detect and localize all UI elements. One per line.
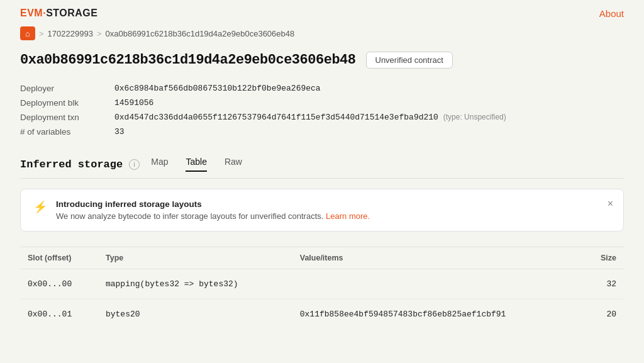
info-icon[interactable]: i — [129, 159, 140, 170]
cell-size: 20 — [583, 299, 624, 330]
deployment-blk-value: 14591056 — [114, 98, 624, 108]
contract-title-row: 0xa0b86991c6218b36c1d19d4a2e9eb0ce3606eb… — [20, 52, 624, 69]
tab-raw[interactable]: Raw — [225, 157, 242, 172]
table-header: Slot (offset) Type Value/items Size — [20, 247, 624, 269]
variables-label: # of variables — [20, 127, 114, 137]
banner-text: Introducing inferred storage layouts We … — [56, 199, 370, 221]
deployer-label: Deployer — [20, 84, 114, 93]
tabs: Map Table Raw — [151, 157, 242, 172]
deployment-txn-label: Deployment txn — [20, 113, 114, 122]
breadcrumb: ⌂ > 1702229993 > 0xa0b86991c6218b36c1d19… — [20, 26, 624, 40]
unverified-badge: Unverified contract — [366, 52, 453, 69]
section-header-row: Inferred storage i Map Table Raw — [20, 157, 624, 172]
section-header: Inferred storage i — [20, 159, 140, 170]
main-content: ⌂ > 1702229993 > 0xa0b86991c6218b36c1d19… — [0, 26, 644, 349]
tab-map[interactable]: Map — [151, 157, 168, 172]
cell-type: mapping(bytes32 => bytes32) — [98, 269, 292, 299]
cell-value — [292, 269, 584, 299]
banner-close-button[interactable]: × — [608, 198, 613, 209]
info-banner: ⚡ Introducing inferred storage layouts W… — [20, 189, 624, 232]
breadcrumb-sep-1: > — [39, 29, 44, 38]
cell-size: 32 — [583, 269, 624, 299]
variables-value: 33 — [114, 127, 624, 137]
breadcrumb-block[interactable]: 1702229993 — [48, 29, 93, 38]
col-size: Size — [583, 247, 624, 269]
col-slot: Slot (offset) — [20, 247, 98, 269]
cell-slot: 0x00...00 — [20, 269, 98, 299]
banner-body: We now analyze bytecode to infer storage… — [56, 211, 370, 221]
logo-evm: EVM· — [20, 8, 46, 18]
section-title: Inferred storage — [20, 159, 123, 170]
deployer-value: 0x6c8984baf566db08675310b122bf0be9ea269e… — [114, 84, 624, 93]
storage-table: Slot (offset) Type Value/items Size 0x00… — [20, 247, 624, 329]
banner-title: Introducing inferred storage layouts — [56, 199, 370, 209]
deployment-blk-label: Deployment blk — [20, 98, 114, 108]
table-row: 0x00...00mapping(bytes32 => bytes32)32 — [20, 269, 624, 299]
tab-table[interactable]: Table — [186, 157, 206, 172]
logo-storage: STORAGE — [46, 8, 97, 18]
breadcrumb-address: 0xa0b86991c6218b36c1d19d4a2e9eb0ce3606eb… — [106, 29, 295, 38]
table-body: 0x00...00mapping(bytes32 => bytes32)320x… — [20, 269, 624, 330]
cell-value: 0x11fb858ee4bf594857483bcf86eb825aef1cbf… — [292, 299, 584, 330]
deployment-txn-value: 0xd4547dc336dd4a0655f11267537964d7641f11… — [114, 113, 624, 122]
table-row: 0x00...01bytes200x11fb858ee4bf594857483b… — [20, 299, 624, 330]
contract-meta: Deployer 0x6c8984baf566db08675310b122bf0… — [20, 84, 624, 137]
deployment-txn-type: (type: Unspecified) — [443, 113, 506, 121]
contract-address: 0xa0b86991c6218b36c1d19d4a2e9eb0ce3606eb… — [20, 52, 356, 68]
learn-more-link[interactable]: Learn more. — [326, 211, 370, 221]
col-value: Value/items — [292, 247, 584, 269]
app-header: EVM·STORAGE About — [0, 0, 644, 26]
col-type: Type — [98, 247, 292, 269]
cell-type: bytes20 — [98, 299, 292, 330]
home-icon[interactable]: ⌂ — [20, 26, 35, 40]
breadcrumb-sep-2: > — [97, 29, 102, 38]
logo: EVM·STORAGE — [20, 8, 97, 19]
about-link[interactable]: About — [599, 8, 624, 19]
section-divider — [20, 178, 624, 179]
cell-slot: 0x00...01 — [20, 299, 98, 330]
lightning-icon: ⚡ — [33, 200, 47, 214]
